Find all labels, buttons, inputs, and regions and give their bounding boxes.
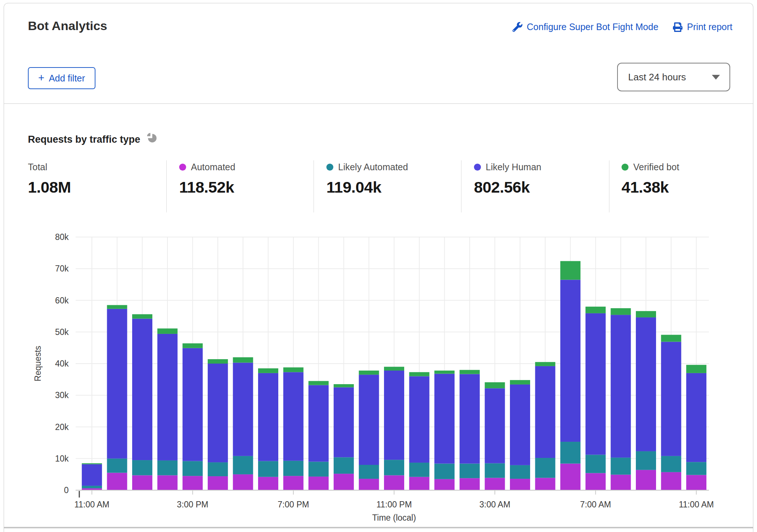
likely-automated-dot-icon <box>326 164 333 171</box>
bar-segment <box>409 376 430 463</box>
printer-icon <box>673 22 682 32</box>
bar-segment <box>686 365 706 373</box>
bar-segment <box>132 460 152 475</box>
bar-segment <box>434 479 454 490</box>
requests-chart-area: 010k20k30k40k50k60k70k80k11:00 AM3:00 PM… <box>4 221 753 525</box>
stat-divider <box>461 160 461 212</box>
stat-divider <box>609 160 609 212</box>
svg-text:20k: 20k <box>55 422 69 432</box>
stat-verified-bot: Verified bot 41.38k <box>622 162 679 196</box>
page-title: Bot Analytics <box>28 19 107 33</box>
svg-text:50k: 50k <box>55 327 69 337</box>
bar-segment <box>182 343 203 348</box>
time-range-select[interactable]: Last 24 hours <box>617 63 730 91</box>
add-filter-button[interactable]: + Add filter <box>28 67 95 89</box>
section-title: Requests by traffic type <box>28 134 140 145</box>
configure-link-label: Configure Super Bot Fight Mode <box>527 22 659 32</box>
svg-text:40k: 40k <box>55 359 69 368</box>
bar-segment <box>661 335 681 342</box>
bar-segment <box>510 479 530 490</box>
print-link-label: Print report <box>687 22 732 32</box>
bar-segment <box>661 472 681 490</box>
bar-segment <box>661 456 681 472</box>
bar-segment <box>107 459 127 473</box>
bar-segment <box>460 478 480 490</box>
bar-segment <box>636 470 656 490</box>
svg-text:70k: 70k <box>55 264 69 273</box>
bar-segment <box>258 461 278 477</box>
bar-segment <box>485 388 505 463</box>
bar-segment <box>334 384 354 387</box>
svg-text:11:00 PM: 11:00 PM <box>376 500 412 509</box>
stat-automated-value: 118.52k <box>179 178 235 196</box>
bar-segment <box>586 307 606 313</box>
bar-segment <box>334 387 354 458</box>
svg-text:80k: 80k <box>55 232 69 242</box>
stat-automated-label: Automated <box>191 162 235 172</box>
bot-analytics-card: Bot Analytics Configure Super Bot Fight … <box>4 3 753 532</box>
stat-total-label: Total <box>28 162 47 172</box>
bar-segment <box>611 308 631 315</box>
bar-segment <box>82 464 102 486</box>
bar-segment <box>233 474 253 490</box>
add-filter-label: Add filter <box>49 73 85 84</box>
bar-segment <box>686 475 706 490</box>
bar-segment <box>208 462 228 476</box>
bar-segment <box>182 476 203 490</box>
bar-segment <box>460 464 480 478</box>
svg-text:30k: 30k <box>55 390 69 400</box>
stat-verified-bot-label: Verified bot <box>633 162 679 172</box>
bar-segment <box>434 374 454 464</box>
svg-text:3:00 PM: 3:00 PM <box>177 500 209 509</box>
bar-segment <box>586 313 606 455</box>
svg-text:10k: 10k <box>55 454 69 463</box>
bar-segment <box>485 382 505 388</box>
wrench-icon <box>512 22 522 32</box>
bar-segment <box>384 367 404 371</box>
print-report-link[interactable]: Print report <box>673 22 732 32</box>
configure-super-bot-fight-mode-link[interactable]: Configure Super Bot Fight Mode <box>512 22 659 32</box>
bar-segment <box>283 372 304 461</box>
bar-segment <box>384 475 404 490</box>
bar-segment <box>359 479 379 490</box>
bar-segment <box>560 464 580 490</box>
plus-icon: + <box>38 73 44 83</box>
bar-segment <box>283 367 304 372</box>
likely-human-dot-icon <box>474 164 481 171</box>
traffic-stats-row: Total 1.08M Automated 118.52k Likely Aut… <box>4 162 753 213</box>
bar-segment <box>258 477 278 490</box>
automated-dot-icon <box>179 164 186 171</box>
bar-segment <box>409 372 430 376</box>
bar-segment <box>334 474 354 490</box>
bar-segment <box>258 373 278 461</box>
bar-segment <box>82 463 102 464</box>
bar-segment <box>535 366 555 458</box>
bar-segment <box>586 455 606 473</box>
bar-segment <box>258 368 278 373</box>
bar-segment <box>107 305 127 309</box>
bar-segment <box>107 473 127 490</box>
bar-segment <box>560 442 580 464</box>
bar-segment <box>182 348 203 461</box>
bar-segment <box>586 473 606 490</box>
bar-segment <box>510 465 530 479</box>
header-links: Configure Super Bot Fight Mode Print rep… <box>512 22 732 32</box>
bar-segment <box>359 465 379 479</box>
bar-segment <box>283 476 304 490</box>
stat-likely-human-value: 802.56k <box>474 178 541 196</box>
bar-segment <box>82 486 102 488</box>
svg-text:0: 0 <box>64 485 69 495</box>
stat-divider <box>314 160 314 212</box>
bar-segment <box>384 371 404 460</box>
bar-segment <box>661 342 681 456</box>
bar-segment <box>208 476 228 490</box>
stat-likely-automated-value: 119.04k <box>326 178 408 196</box>
bar-segment <box>560 261 580 280</box>
stat-total-value: 1.08M <box>28 178 71 196</box>
traffic-chart: 010k20k30k40k50k60k70k80k11:00 AM3:00 PM… <box>4 221 753 525</box>
stat-automated: Automated 118.52k <box>179 162 235 196</box>
bar-segment <box>485 478 505 490</box>
pie-chart-icon <box>146 132 157 146</box>
stat-likely-human: Likely Human 802.56k <box>474 162 541 196</box>
svg-text:11:00 AM: 11:00 AM <box>75 500 109 509</box>
